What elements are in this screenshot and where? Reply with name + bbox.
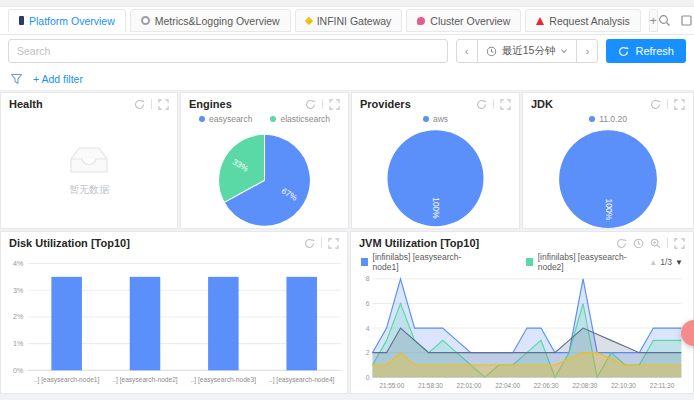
metrics-icon — [141, 16, 150, 25]
svg-text:4: 4 — [366, 325, 370, 332]
legend-label: [infinilabs] [easysearch-node1] — [373, 252, 467, 272]
legend-dot — [199, 116, 205, 122]
legend-item-11-0-20[interactable]: 11.0.20 — [589, 114, 627, 124]
card-jvm-header: JVM Utilization [Top10] — [351, 232, 693, 251]
search-input[interactable] — [8, 39, 448, 63]
chevron-down-icon — [560, 47, 568, 55]
platform-icon — [19, 16, 24, 25]
clock-icon — [486, 46, 497, 57]
new-tab-button[interactable]: + — [649, 9, 658, 32]
tab-bar: Platform OverviewMetrics&Logging Overvie… — [0, 7, 694, 35]
card-jdk-body: 11.0.20 100% — [523, 112, 693, 229]
request-icon — [536, 17, 544, 25]
card-health-body: 暂无数据 — [1, 112, 177, 228]
empty-text: 暂无数据 — [69, 183, 109, 197]
fullscreen-icon[interactable] — [329, 99, 340, 110]
svg-text:1%: 1% — [13, 340, 24, 348]
tab-metrics-logging-overview[interactable]: Metrics&Logging Overview — [130, 9, 291, 32]
providers-pie-chart[interactable]: 100% — [352, 126, 519, 229]
fullscreen-icon[interactable] — [500, 99, 511, 110]
card-jdk: JDK 11.0.20 100% — [522, 92, 694, 229]
jvm-area-chart[interactable]: 0246821:55:0021:58:3022:01:0022:04:0022:… — [351, 273, 693, 393]
svg-text:2%: 2% — [13, 313, 24, 321]
svg-text:22:11:30: 22:11:30 — [650, 382, 675, 389]
zoom-in-icon[interactable] — [650, 238, 661, 249]
divider — [667, 238, 668, 248]
card-engines-header: Engines — [181, 93, 348, 112]
tab-cluster-overview[interactable]: Cluster Overview — [406, 9, 521, 32]
empty-box-icon — [66, 143, 112, 177]
svg-text:22:04:00: 22:04:00 — [495, 382, 520, 389]
fullscreen-icon[interactable] — [158, 99, 169, 110]
card-providers-header: Providers — [352, 93, 519, 112]
legend-label: 11.0.20 — [599, 114, 627, 124]
fullscreen-icon[interactable] — [328, 238, 339, 249]
svg-text:21:55:00: 21:55:00 — [379, 382, 404, 389]
legend-item-aws[interactable]: aws — [423, 114, 448, 124]
card-title: Health — [9, 98, 43, 110]
tabs: Platform OverviewMetrics&Logging Overvie… — [8, 9, 641, 32]
legend-page-indicator: 1/3 — [660, 257, 672, 267]
time-prev-button[interactable]: ‹ — [456, 39, 478, 63]
legend-dot — [589, 116, 595, 122]
widget-refresh-icon[interactable] — [616, 238, 627, 249]
card-jvm-utilization: JVM Utilization [Top10] [infinilabs] [ea… — [350, 231, 694, 394]
time-range-button[interactable]: 最近15分钟 — [478, 39, 577, 63]
search-icon[interactable] — [658, 14, 671, 27]
providers-legend: aws — [423, 112, 448, 126]
jvm-legend-row: [infinilabs] [easysearch-node1][infinila… — [351, 251, 693, 273]
widget-refresh-icon[interactable] — [305, 99, 316, 110]
time-next-button[interactable]: › — [576, 39, 598, 63]
widget-refresh-icon[interactable] — [476, 99, 487, 110]
legend-swatch — [361, 258, 368, 266]
fullscreen-icon[interactable] — [674, 238, 685, 249]
fullscreen-icon[interactable] — [674, 99, 685, 110]
engines-pie-chart[interactable]: 67%33% — [181, 126, 348, 229]
time-range-label: 最近15分钟 — [502, 44, 556, 58]
card-engines: Engines easysearchelasticsearch 67%33% — [180, 92, 349, 229]
disk-bar-chart[interactable]: 0%1%2%3%4%..] [easysearch-node1]..] [eas… — [1, 251, 347, 393]
filter-icon[interactable] — [10, 73, 23, 85]
jdk-pie-chart[interactable]: 100% — [523, 126, 693, 229]
tab-request-analysis[interactable]: Request Analysis — [525, 9, 641, 32]
divider — [151, 99, 152, 109]
card-title: Providers — [360, 98, 411, 110]
widgets-row-1: Health 暂无数据 Engines easysearchelasti — [0, 92, 694, 229]
widget-refresh-icon[interactable] — [650, 99, 661, 110]
refresh-button[interactable]: Refresh — [606, 39, 686, 63]
legend-label: aws — [433, 114, 448, 124]
engines-legend: easysearchelasticsearch — [199, 112, 330, 126]
legend-dot — [270, 116, 276, 122]
legend-item-elasticsearch[interactable]: elasticsearch — [270, 114, 330, 124]
tab-label: Metrics&Logging Overview — [155, 15, 280, 27]
legend-page-up-icon[interactable]: ▲ — [649, 258, 657, 267]
card-title: Engines — [189, 98, 232, 110]
legend-dot — [423, 116, 429, 122]
widget-clock-icon[interactable] — [633, 238, 644, 249]
widget-refresh-icon[interactable] — [134, 99, 145, 110]
tab-platform-overview[interactable]: Platform Overview — [8, 9, 126, 32]
legend-item-infinilabs-easysearch-node1[interactable]: [infinilabs] [easysearch-node1] — [361, 252, 466, 272]
tab-label: INFINI Gateway — [317, 15, 392, 27]
tab-infini-gateway[interactable]: INFINI Gateway — [295, 9, 403, 32]
svg-text:4%: 4% — [13, 260, 24, 268]
frame-icon[interactable] — [680, 14, 693, 27]
legend-item-infinilabs-easysearch-node2[interactable]: [infinilabs] [easysearch-node2] — [526, 252, 631, 272]
legend-page-down-icon[interactable]: ▼ — [675, 258, 683, 267]
legend-item-easysearch[interactable]: easysearch — [199, 114, 252, 124]
card-providers-body: aws 100% — [352, 112, 519, 229]
card-health: Health 暂无数据 — [0, 92, 178, 229]
svg-text:0: 0 — [366, 374, 370, 381]
svg-text:..] [easysearch-node2]: ..] [easysearch-node2] — [112, 376, 178, 384]
tab-label: Cluster Overview — [430, 15, 510, 27]
card-engines-body: easysearchelasticsearch 67%33% — [181, 112, 348, 229]
divider — [493, 99, 494, 109]
legend-label: easysearch — [209, 114, 252, 124]
divider — [667, 99, 668, 109]
add-filter-button[interactable]: + Add filter — [33, 73, 83, 85]
svg-text:6: 6 — [366, 300, 370, 307]
svg-text:0%: 0% — [13, 367, 24, 375]
widget-refresh-icon[interactable] — [304, 238, 315, 249]
widgets-row-2: Disk Utilization [Top10] 0%1%2%3%4%..] [… — [0, 231, 694, 394]
svg-text:21:58:30: 21:58:30 — [418, 382, 443, 389]
